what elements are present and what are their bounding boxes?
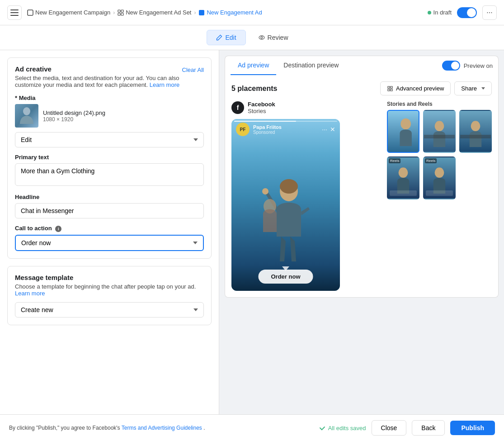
- story-preview-card: PF Papa Friitos Sponsored ··· ✕: [231, 119, 340, 291]
- svg-point-16: [400, 119, 411, 130]
- placements-header: 5 placements Advanced preview Share: [231, 81, 492, 95]
- preview-content-area: 5 placements Advanced preview Share f: [225, 75, 499, 298]
- primary-text-label: Primary text: [15, 154, 204, 161]
- story-sponsor-info: Papa Friitos Sponsored: [253, 124, 322, 135]
- svg-rect-3: [28, 10, 33, 15]
- fb-stories-section: f Facebook Stories: [231, 101, 492, 291]
- thumbnail-3[interactable]: [459, 110, 492, 153]
- mode-tabs-bar: Edit Review: [0, 25, 504, 50]
- ad-creative-section: Ad creative Clear All Select the media, …: [7, 57, 212, 259]
- saved-status: All edits saved: [319, 425, 366, 432]
- toggle-thumb: [467, 8, 476, 17]
- svg-point-14: [262, 188, 268, 194]
- svg-point-17: [435, 121, 444, 131]
- cta-dropdown[interactable]: Order now Shop now Learn more Sign up: [15, 235, 204, 251]
- terms-link[interactable]: Terms and Advertising Guidelines: [122, 425, 202, 431]
- right-panel: Ad preview Destination preview Preview o…: [219, 50, 504, 414]
- cta-info-icon[interactable]: i: [55, 226, 61, 232]
- svg-rect-5: [121, 10, 123, 12]
- thumbnails-row-1: [387, 110, 492, 153]
- draft-status: In draft: [428, 9, 452, 16]
- svg-point-19: [399, 167, 408, 178]
- tab-edit[interactable]: Edit: [207, 30, 245, 45]
- ad-creative-title: Ad creative: [15, 65, 52, 73]
- share-chevron-icon: [481, 87, 485, 90]
- advanced-preview-button[interactable]: Advanced preview: [380, 81, 451, 95]
- svg-rect-0: [10, 9, 19, 10]
- tab-ad-preview[interactable]: Ad preview: [231, 56, 276, 75]
- media-thumbnail: [15, 104, 38, 128]
- preview-tabs-bar: Ad preview Destination preview Preview o…: [225, 56, 499, 75]
- bottom-disclaimer: By clicking "Publish," you agree to Face…: [9, 425, 205, 431]
- thumbnail-1[interactable]: [387, 110, 419, 153]
- primary-text-input[interactable]: More than a Gym Clothing: [15, 163, 204, 186]
- svg-point-20: [435, 167, 444, 178]
- placements-count: 5 placements: [231, 85, 380, 93]
- message-template-title: Message template: [15, 274, 204, 281]
- top-navigation: New Engagement Campaign › New Engagement…: [0, 0, 504, 25]
- tab-review[interactable]: Review: [250, 30, 297, 45]
- left-panel: Ad creative Clear All Select the media, …: [0, 50, 219, 414]
- tab-destination-preview[interactable]: Destination preview: [276, 56, 346, 75]
- thumbnails-row-2: Reels Reels: [387, 156, 492, 199]
- back-button[interactable]: Back: [412, 420, 445, 436]
- fb-story-main: f Facebook Stories: [231, 101, 381, 291]
- breadcrumb-sep-1: ›: [113, 9, 115, 16]
- fb-header: f Facebook Stories: [231, 101, 381, 114]
- fb-platform-label: Facebook: [248, 101, 275, 108]
- create-new-dropdown[interactable]: Create new Use existing template: [15, 302, 204, 318]
- media-thumb-inner: [15, 104, 38, 128]
- stories-reels-label: Stories and Reels: [387, 101, 492, 107]
- thumbnail-2[interactable]: [423, 110, 456, 153]
- svg-rect-4: [118, 10, 120, 12]
- more-options-button[interactable]: ···: [482, 5, 497, 20]
- svg-rect-1: [10, 12, 19, 13]
- cta-label: Call to action i: [15, 225, 204, 232]
- draft-toggle[interactable]: [457, 7, 477, 18]
- bottom-bar: By clicking "Publish," you agree to Face…: [0, 414, 504, 441]
- share-button[interactable]: Share: [454, 81, 492, 95]
- main-layout: Ad creative Clear All Select the media, …: [0, 50, 504, 414]
- publish-button[interactable]: Publish: [450, 421, 495, 435]
- media-filename: Untitled design (24).png: [43, 109, 204, 116]
- order-now-button[interactable]: Order now: [258, 270, 313, 284]
- message-template-section: Message template Choose a template for b…: [7, 266, 212, 325]
- media-label: * Media: [15, 95, 204, 101]
- media-info: Untitled design (24).png 1080 × 1920: [43, 109, 204, 123]
- breadcrumb-sep-2: ›: [194, 9, 196, 16]
- message-template-learn-more[interactable]: Learn more: [15, 290, 45, 297]
- clear-all-link[interactable]: Clear All: [182, 66, 204, 73]
- preview-on-control: Preview on: [442, 61, 493, 71]
- close-button[interactable]: Close: [372, 420, 407, 436]
- ad-creative-desc: Select the media, text and destination f…: [15, 75, 204, 88]
- media-dimensions: 1080 × 1920: [43, 116, 204, 123]
- svg-rect-7: [121, 13, 123, 15]
- bottom-actions: All edits saved Close Back Publish: [319, 420, 495, 436]
- headline-input[interactable]: [15, 203, 204, 218]
- svg-rect-2: [10, 15, 19, 16]
- ad-creative-learn-more[interactable]: Learn more: [150, 81, 179, 88]
- sidebar-toggle-button[interactable]: [7, 5, 22, 20]
- svg-rect-6: [118, 13, 120, 15]
- edit-dropdown[interactable]: Edit: [15, 132, 204, 147]
- breadcrumb-item-campaign[interactable]: New Engagement Campaign: [27, 9, 110, 16]
- breadcrumb-item-ad[interactable]: New Engagement Ad: [198, 9, 262, 16]
- story-close-icon[interactable]: ✕: [330, 126, 335, 133]
- fb-format-label: Stories: [248, 108, 275, 114]
- svg-point-11: [23, 107, 30, 115]
- story-action-icons: ··· ✕: [322, 126, 335, 133]
- headline-label: Headline: [15, 194, 204, 200]
- story-top-bar: PF Papa Friitos Sponsored ··· ✕: [231, 119, 340, 140]
- svg-rect-8: [199, 10, 204, 15]
- preview-on-toggle[interactable]: [442, 61, 460, 71]
- thumbnail-5[interactable]: Reels: [423, 156, 456, 199]
- preview-on-thumb: [451, 62, 459, 70]
- breadcrumb: New Engagement Campaign › New Engagement…: [27, 9, 428, 16]
- story-more-icon[interactable]: ···: [322, 126, 327, 133]
- story-avatar: PF: [236, 123, 250, 136]
- story-sponsored-label: Sponsored: [253, 130, 322, 135]
- breadcrumb-item-adset[interactable]: New Engagement Ad Set: [118, 9, 191, 16]
- thumbnail-4[interactable]: Reels: [387, 156, 419, 199]
- draft-dot-icon: [428, 11, 431, 14]
- story-person-figure: [256, 166, 315, 266]
